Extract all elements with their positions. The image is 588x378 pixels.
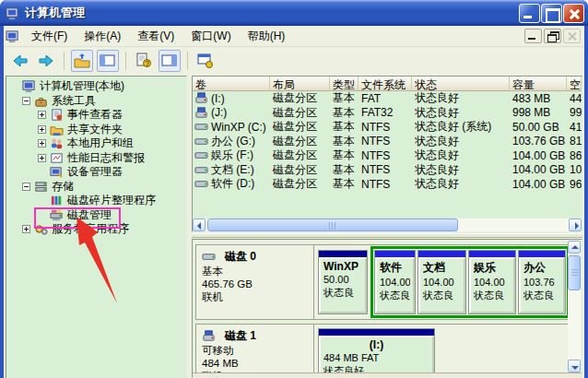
tree-item-label: 共享文件夹 [67, 122, 123, 137]
volume-row[interactable]: 娱乐 (F:) 磁盘分区 基本 NTFS 状态良好 104.00 GB 86 [193, 148, 582, 163]
help-icon [135, 53, 152, 69]
expand-icon[interactable] [22, 225, 30, 233]
partition-size: 104.00 [423, 276, 461, 289]
partition-soft[interactable]: 软件 104.00 状态良 [374, 250, 416, 314]
show-console-tree-button[interactable] [97, 50, 119, 72]
tree-item-performance-logs[interactable]: 性能日志和警报 [6, 151, 186, 166]
expand-icon[interactable] [38, 139, 46, 148]
partition-status: 状态良 [474, 289, 511, 301]
column-header-filesystem[interactable]: 文件系统 [359, 77, 412, 91]
collapse-icon[interactable] [22, 183, 30, 191]
menu-action[interactable]: 操作(A) [76, 26, 129, 47]
volume-row[interactable]: 文档 (E:) 磁盘分区 基本 NTFS 状态良好 104.00 GB 10 [193, 163, 582, 178]
hdd-icon [194, 135, 208, 148]
column-header-capacity[interactable]: 容量 [510, 77, 567, 91]
scroll-left-button[interactable] [193, 219, 206, 231]
hdd-icon [194, 177, 208, 191]
back-icon [12, 53, 29, 69]
show-pane-icon [161, 53, 178, 69]
column-header-layout[interactable]: 布局 [270, 77, 330, 91]
users-icon [50, 136, 64, 150]
tree-item-system-tools[interactable]: 系统工具 [6, 94, 186, 109]
expand-icon[interactable] [38, 125, 46, 134]
maximize-button[interactable] [541, 4, 562, 23]
volume-status: 状态良好 [412, 134, 510, 149]
computer-icon [22, 79, 36, 93]
volume-row[interactable]: 办公 (G:) 磁盘分区 基本 NTFS 状态良好 103.76 GB 81 [193, 135, 582, 149]
menu-window[interactable]: 窗口(W) [182, 26, 239, 47]
minimize-button[interactable] [519, 4, 540, 23]
column-header-status[interactable]: 状态 [412, 77, 510, 91]
back-button[interactable] [9, 50, 31, 72]
volume-row[interactable]: (J:) 磁盘分区 基本 FAT32 状态良好 998 MB 99 [193, 106, 582, 121]
disk-size: 484 MB [202, 357, 308, 370]
disk-0-header[interactable]: 磁盘 0 基本 465.76 GB 联机 [196, 245, 314, 319]
partition-i[interactable]: (I:) 484 MB FAT 状态良好 [318, 328, 435, 378]
window-title: 计算机管理 [25, 5, 85, 21]
volume-capacity: 50.00 GB [510, 121, 567, 134]
up-folder-icon [74, 53, 90, 69]
volume-free: 99 [567, 106, 582, 119]
console-button[interactable] [194, 50, 217, 72]
volume-list-panel: 卷 布局 类型 文件系统 状态 容量 空闲空间 (I:) 磁盘分区 基本 FAT… [192, 76, 582, 232]
disk-1-header[interactable]: 磁盘 1 可移动 484 MB 联机 [196, 325, 314, 378]
tree-item-computer-management[interactable]: 计算机管理(本地) [6, 79, 186, 94]
volume-capacity: 104.00 GB [510, 178, 567, 191]
partition-label: (I:) [323, 338, 429, 351]
volume-status: 状态良好 [412, 90, 510, 106]
expand-icon[interactable] [38, 111, 46, 119]
help-button[interactable] [133, 50, 155, 72]
column-header-volume[interactable]: 卷 [193, 77, 270, 91]
mdi-restore-button[interactable] [544, 29, 561, 43]
tree-item-local-users-groups[interactable]: 本地用户和组 [6, 136, 186, 151]
volume-row[interactable]: WinXP (C:) 磁盘分区 基本 NTFS 状态良好 (系统) 50.00 … [193, 120, 582, 135]
collapse-icon[interactable] [22, 97, 30, 105]
partition-label: 软件 [380, 260, 410, 276]
tree-item-shared-folders[interactable]: 共享文件夹 [6, 123, 186, 137]
partition-docs[interactable]: 文档 104.00 状态良 [417, 250, 466, 314]
volume-fs: NTFS [359, 121, 412, 134]
tree-item-disk-defragmenter[interactable]: 磁盘碎片整理程序 [6, 194, 186, 208]
partition-media[interactable]: 娱乐 104.00 状态良 [468, 250, 516, 314]
defragmenter-icon [50, 194, 64, 207]
forward-button[interactable] [35, 50, 57, 72]
removable-disk-icon [202, 329, 216, 343]
scroll-down-button[interactable] [568, 360, 581, 372]
volume-row[interactable]: (I:) 磁盘分区 基本 FAT 状态良好 483 MB 44 [193, 91, 582, 106]
tree-item-device-manager[interactable]: 设备管理器 [6, 165, 186, 180]
forward-icon [38, 53, 54, 69]
show-action-pane-button[interactable] [159, 50, 181, 72]
tree-item-event-viewer[interactable]: 事件查看器 [6, 108, 186, 123]
disk-size: 465.76 GB [202, 278, 308, 290]
scroll-right-button[interactable] [569, 219, 582, 231]
disk-title: 磁盘 0 [225, 249, 256, 265]
scroll-up-button[interactable] [568, 241, 581, 254]
tree-item-storage[interactable]: 存储 [6, 180, 186, 195]
horizontal-scrollbar[interactable] [193, 219, 582, 231]
close-button[interactable] [563, 4, 584, 23]
column-header-type[interactable]: 类型 [330, 77, 359, 91]
partition-legend: 主要磁盘分区 扩展磁盘分区 逻辑驱动器 [193, 372, 582, 378]
vertical-scrollbar[interactable] [568, 241, 581, 372]
volume-status: 状态良好 [412, 176, 510, 192]
partition-winxp[interactable]: WinXP 50.00 状态良 [318, 250, 368, 314]
mdi-minimize-button[interactable] [524, 29, 542, 43]
column-header-free-space[interactable]: 空闲空间 [567, 77, 582, 91]
expand-icon[interactable] [38, 154, 46, 162]
disk-title: 磁盘 1 [225, 328, 256, 344]
menu-help[interactable]: 帮助(H) [240, 26, 294, 47]
scrollbar-thumb[interactable] [207, 219, 458, 231]
partition-office[interactable]: 办公 103.76 状态良 [518, 250, 566, 314]
toolbar-separator [64, 52, 65, 70]
up-one-level-button[interactable] [71, 50, 93, 72]
scrollbar-thumb[interactable] [568, 255, 581, 290]
menu-view[interactable]: 查看(V) [129, 26, 182, 47]
scrollbar-track[interactable] [458, 219, 569, 231]
menu-file[interactable]: 文件(F) [23, 26, 76, 47]
volume-capacity: 103.76 GB [510, 135, 567, 148]
volume-free: 44 [567, 92, 582, 105]
highlight-box-annotation [34, 207, 121, 229]
panel-splitter[interactable] [192, 233, 582, 238]
storage-icon [34, 180, 48, 194]
volume-row[interactable]: 软件 (D:) 磁盘分区 基本 NTFS 状态良好 104.00 GB 96 [193, 177, 582, 192]
